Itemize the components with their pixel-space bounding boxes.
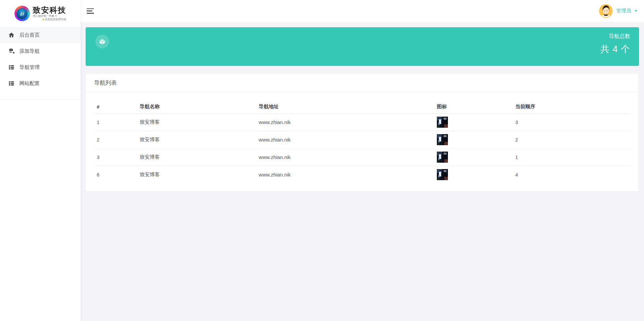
table-row: 6 致安博客 www.zhian.nik 4 <box>94 166 631 184</box>
logo-title: 致安科技 <box>33 6 66 14</box>
sidebar-item-label: 导航管理 <box>19 64 40 71</box>
site-icon-thumbnail <box>437 134 448 145</box>
col-header-url: 导航地址 <box>256 100 434 114</box>
sidebar-item-add-nav[interactable]: 添加导航 <box>0 43 81 59</box>
logo-badge-icon: zi <box>14 6 30 21</box>
cell-url: www.zhian.nik <box>256 166 434 184</box>
cell-name: 致安博客 <box>137 166 256 184</box>
cell-url: www.zhian.nik <box>256 149 434 166</box>
cell-icon <box>434 131 512 149</box>
table-header-row: # 导航名称 导航地址 图标 当前顺序 <box>94 100 631 114</box>
user-name: 管理员 <box>616 8 631 14</box>
cell-order: 1 <box>512 149 631 166</box>
card-body: # 导航名称 导航地址 图标 当前顺序 1 致安博客 www.zhian.nik <box>86 92 639 191</box>
cell-url: www.zhian.nik <box>256 131 434 149</box>
list-icon <box>8 64 15 70</box>
nav-total-stat: 导航总数 共 4 个 <box>600 33 630 55</box>
main-content: 导航总数 共 4 个 导航列表 # 导航名称 导航地址 图标 当前顺序 <box>81 22 644 321</box>
cell-icon <box>434 149 512 166</box>
col-header-order: 当前顺序 <box>512 100 631 114</box>
chevron-down-icon <box>635 10 637 12</box>
avatar[interactable] <box>599 4 613 18</box>
cell-name: 致安博客 <box>137 131 256 149</box>
user-menu[interactable]: 管理员 <box>599 4 637 18</box>
logo-tagline-1: 用心做好每一件事 ✈ <box>33 14 66 18</box>
plane-icon: ✈ <box>55 14 57 17</box>
table-row: 2 致安博客 www.zhian.nik 2 <box>94 131 631 149</box>
cube-icon <box>95 35 109 48</box>
cell-order: 3 <box>512 114 631 131</box>
cell-icon <box>434 166 512 184</box>
logo-badge-text: zi <box>16 8 28 19</box>
cell-icon <box>434 114 512 131</box>
logo-tagline-2: ◆ 优质品质创意价值 <box>33 18 66 21</box>
stat-value: 共 4 个 <box>600 43 630 55</box>
site-icon-thumbnail <box>437 152 448 163</box>
logo-text: 致安科技 用心做好每一件事 ✈ ◆ 优质品质创意价值 <box>33 6 66 21</box>
stat-label: 导航总数 <box>600 33 630 40</box>
cell-order: 2 <box>512 131 631 149</box>
cell-order: 4 <box>512 166 631 184</box>
col-header-name: 导航名称 <box>137 100 256 114</box>
sidebar-item-dashboard[interactable]: 后台首页 <box>0 27 81 43</box>
cell-id: 3 <box>94 149 137 166</box>
nav-list-card: 导航列表 # 导航名称 导航地址 图标 当前顺序 <box>86 73 639 192</box>
card-title: 导航列表 <box>86 74 639 92</box>
col-header-index: # <box>94 100 137 114</box>
sidebar-item-nav-manage[interactable]: 导航管理 <box>0 59 81 75</box>
table-row: 1 致安博客 www.zhian.nik 3 <box>94 114 631 131</box>
home-icon <box>8 32 15 38</box>
cell-id: 2 <box>94 131 137 149</box>
sidebar-menu: 后台首页 添加导航 导航管理 <box>0 27 81 99</box>
nav-table: # 导航名称 导航地址 图标 当前顺序 1 致安博客 www.zhian.nik <box>94 100 631 183</box>
sidebar-item-label: 添加导航 <box>19 48 40 54</box>
sidebar-item-label: 网站配置 <box>19 80 40 87</box>
topbar: 管理员 <box>81 0 644 22</box>
list-icon <box>8 80 15 86</box>
sidebar: zi 致安科技 用心做好每一件事 ✈ ◆ 优质品质创意价值 后台首页 <box>0 0 81 321</box>
cell-name: 致安博客 <box>137 114 256 131</box>
sidebar-item-label: 后台首页 <box>19 32 40 38</box>
sidebar-item-site-config[interactable]: 网站配置 <box>0 75 81 91</box>
logo: zi 致安科技 用心做好每一件事 ✈ ◆ 优质品质创意价值 <box>0 0 81 27</box>
hamburger-icon[interactable] <box>87 8 94 14</box>
cell-url: www.zhian.nik <box>256 114 434 131</box>
database-plus-icon <box>8 48 15 54</box>
col-header-icon: 图标 <box>434 100 512 114</box>
site-icon-thumbnail <box>437 117 448 128</box>
table-row: 3 致安博客 www.zhian.nik 1 <box>94 149 631 166</box>
cell-id: 6 <box>94 166 137 184</box>
cell-name: 致安博客 <box>137 149 256 166</box>
site-icon-thumbnail <box>437 169 448 180</box>
medal-icon: ◆ <box>42 18 44 21</box>
stats-banner: 导航总数 共 4 个 <box>86 27 639 66</box>
cell-id: 1 <box>94 114 137 131</box>
